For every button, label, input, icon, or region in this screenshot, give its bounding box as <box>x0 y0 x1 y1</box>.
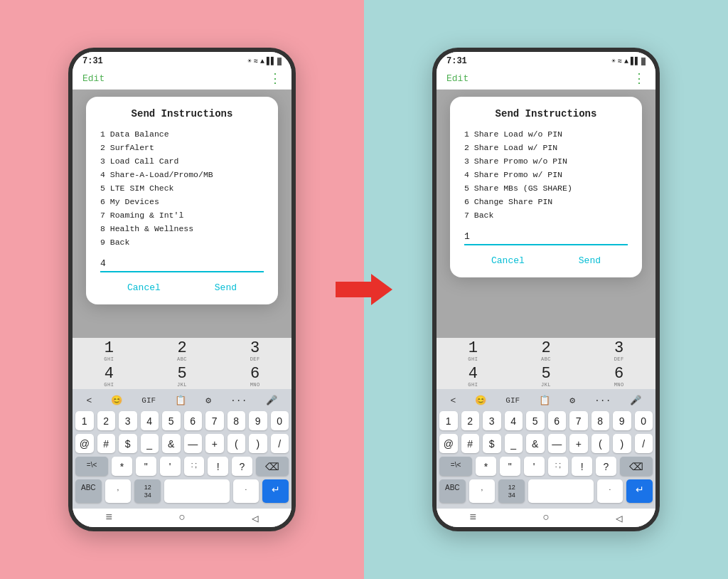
key-asterisk[interactable]: * <box>112 457 132 476</box>
key-numbers[interactable]: 1234 <box>134 479 161 503</box>
back-key[interactable]: < <box>84 395 95 406</box>
key-exclaim-r[interactable]: ! <box>572 457 592 476</box>
key-exclaim[interactable]: ! <box>208 457 228 476</box>
key-rparen-r[interactable]: ) <box>613 434 631 453</box>
key-slash-r[interactable]: / <box>635 434 653 453</box>
key-0-r[interactable]: 0 <box>635 411 653 430</box>
edit-button-left[interactable]: Edit <box>82 73 105 84</box>
key-period[interactable]: . <box>233 479 259 503</box>
home-icon[interactable]: ○ <box>178 511 186 526</box>
key-period-r[interactable]: . <box>597 479 623 503</box>
more-button-right[interactable]: ⋮ <box>633 70 646 86</box>
enter-key[interactable]: ↵ <box>262 479 289 503</box>
key-dash-r[interactable]: — <box>548 434 567 453</box>
backspace-key[interactable]: ⌫ <box>256 457 289 476</box>
key-1-r[interactable]: 1 <box>439 411 458 430</box>
dialog-input-left[interactable] <box>100 258 264 269</box>
key-7-r[interactable]: 7 <box>569 411 588 430</box>
key-4-r[interactable]: 4 <box>505 411 523 430</box>
key-3[interactable]: 3 <box>119 411 137 430</box>
key-9-r[interactable]: 9 <box>613 411 631 430</box>
key-underscore-r[interactable]: _ <box>505 434 523 453</box>
mic-key-r[interactable]: 🎤 <box>627 395 644 406</box>
spacebar-key-r[interactable] <box>528 479 594 503</box>
key-5-r[interactable]: 5 <box>526 411 545 430</box>
clipboard-key-r[interactable]: 📋 <box>536 395 553 406</box>
settings-key[interactable]: ⚙ <box>203 395 214 406</box>
clipboard-key[interactable]: 📋 <box>172 395 189 406</box>
key-rparen[interactable]: ) <box>249 434 267 453</box>
key-9[interactable]: 9 <box>249 411 267 430</box>
key-apostrophe[interactable]: ' <box>160 457 181 476</box>
key-question[interactable]: ? <box>232 457 252 476</box>
key-numbers-r[interactable]: 1234 <box>498 479 525 503</box>
key-dash[interactable]: — <box>184 434 203 453</box>
back-icon-r[interactable]: ◁ <box>616 511 623 526</box>
settings-key-r[interactable]: ⚙ <box>567 395 578 406</box>
key-6[interactable]: 6 <box>184 411 203 430</box>
home-icon-r[interactable]: ○ <box>542 511 550 526</box>
key-symbols-r[interactable]: =\< <box>439 457 472 476</box>
key-plus[interactable]: + <box>205 434 224 453</box>
spacebar-key[interactable] <box>164 479 230 503</box>
key-ampersand-r[interactable]: & <box>526 434 545 453</box>
key-question-r[interactable]: ? <box>596 457 616 476</box>
menu-icon-r[interactable]: ≡ <box>470 511 477 526</box>
mic-key[interactable]: 🎤 <box>263 395 280 406</box>
edit-button-right[interactable]: Edit <box>446 73 469 84</box>
gif-key[interactable]: GIF <box>139 396 159 405</box>
key-4[interactable]: 4 <box>141 411 159 430</box>
send-button-right[interactable]: Send <box>564 254 615 267</box>
emoji-key[interactable]: 😊 <box>108 395 125 406</box>
num-row-1-left: 1 GHI 2 ABC 3 DEF <box>73 338 291 363</box>
key-comma-r[interactable]: , <box>469 479 496 503</box>
key-quote-r[interactable]: " <box>500 457 520 476</box>
key-slash[interactable]: / <box>271 434 289 453</box>
gif-key-r[interactable]: GIF <box>503 396 523 405</box>
key-5[interactable]: 5 <box>162 411 181 430</box>
key-8-r[interactable]: 8 <box>592 411 610 430</box>
key-lparen[interactable]: ( <box>228 434 246 453</box>
more-key-r[interactable]: ··· <box>592 395 614 406</box>
more-key[interactable]: ··· <box>228 395 250 406</box>
key-underscore[interactable]: _ <box>141 434 159 453</box>
key-8[interactable]: 8 <box>228 411 246 430</box>
send-button-left[interactable]: Send <box>200 281 251 294</box>
key-1[interactable]: 1 <box>75 411 94 430</box>
key-hash-r[interactable]: # <box>461 434 480 453</box>
key-quote[interactable]: " <box>136 457 156 476</box>
back-key-r[interactable]: < <box>448 395 459 406</box>
backspace-key-r[interactable]: ⌫ <box>620 457 653 476</box>
key-2[interactable]: 2 <box>97 411 116 430</box>
key-colon[interactable]: : ; <box>184 457 205 476</box>
key-abc-r[interactable]: ABC <box>439 479 466 503</box>
key-at-r[interactable]: @ <box>439 434 458 453</box>
key-at[interactable]: @ <box>75 434 94 453</box>
key-lparen-r[interactable]: ( <box>592 434 610 453</box>
key-abc[interactable]: ABC <box>75 479 102 503</box>
enter-key-r[interactable]: ↵ <box>626 479 653 503</box>
key-dollar-r[interactable]: $ <box>483 434 501 453</box>
key-apostrophe-r[interactable]: ' <box>524 457 545 476</box>
key-comma[interactable]: , <box>105 479 132 503</box>
key-hash[interactable]: # <box>97 434 116 453</box>
key-asterisk-r[interactable]: * <box>476 457 496 476</box>
key-plus-r[interactable]: + <box>569 434 588 453</box>
back-icon[interactable]: ◁ <box>252 511 259 526</box>
key-dollar[interactable]: $ <box>119 434 137 453</box>
cancel-button-left[interactable]: Cancel <box>113 281 175 294</box>
cancel-button-right[interactable]: Cancel <box>477 254 539 267</box>
menu-icon[interactable]: ≡ <box>106 511 113 526</box>
key-ampersand[interactable]: & <box>162 434 181 453</box>
emoji-key-r[interactable]: 😊 <box>472 395 489 406</box>
bottom-nav-right: ≡ ○ ◁ <box>437 509 655 527</box>
key-2-r[interactable]: 2 <box>461 411 480 430</box>
dialog-input-right[interactable] <box>464 231 628 242</box>
key-0[interactable]: 0 <box>271 411 289 430</box>
key-symbols[interactable]: =\< <box>75 457 108 476</box>
key-colon-r[interactable]: : ; <box>548 457 569 476</box>
key-3-r[interactable]: 3 <box>483 411 501 430</box>
more-button-left[interactable]: ⋮ <box>269 70 282 86</box>
key-7[interactable]: 7 <box>205 411 224 430</box>
key-6-r[interactable]: 6 <box>548 411 567 430</box>
